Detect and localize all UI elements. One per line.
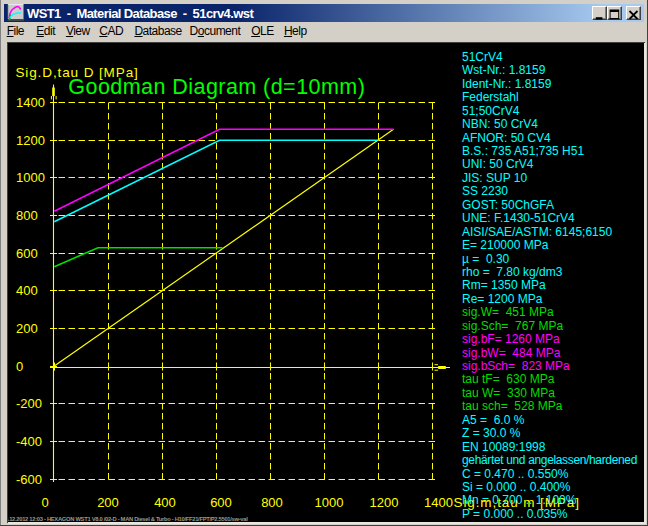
svg-text:400: 400 xyxy=(154,495,176,510)
svg-text:sig.W= 451 MPa: sig.W= 451 MPa xyxy=(462,305,554,319)
svg-text:800: 800 xyxy=(16,208,38,223)
svg-text:JIS: SUP 10: JIS: SUP 10 xyxy=(462,171,527,185)
svg-text:-400: -400 xyxy=(16,434,42,449)
svg-text:sig.bW= 484 MPa: sig.bW= 484 MPa xyxy=(462,346,561,360)
svg-text:Z = 30.0 %: Z = 30.0 % xyxy=(462,426,521,440)
svg-text:P = 0.000 .. 0.035%: P = 0.000 .. 0.035% xyxy=(462,507,568,521)
svg-text:Rm= 1350 MPa: Rm= 1350 MPa xyxy=(462,278,546,292)
svg-text:NBN: 50 CrV4: NBN: 50 CrV4 xyxy=(462,117,538,131)
svg-text:1200: 1200 xyxy=(16,133,45,148)
svg-text:Ident-Nr.: 1.8159: Ident-Nr.: 1.8159 xyxy=(462,77,552,91)
svg-text:1000: 1000 xyxy=(16,170,45,185)
svg-text:rho = 7.80 kg/dm3: rho = 7.80 kg/dm3 xyxy=(462,265,563,279)
svg-text:E= 210000 MPa: E= 210000 MPa xyxy=(462,238,549,252)
svg-text:AFNOR: 50 CV4: AFNOR: 50 CV4 xyxy=(462,131,551,145)
svg-text:600: 600 xyxy=(210,495,232,510)
svg-text:200: 200 xyxy=(97,495,119,510)
svg-text:UNI: 50 CrV4: UNI: 50 CrV4 xyxy=(462,157,534,171)
svg-text:SS 2230: SS 2230 xyxy=(462,184,508,198)
svg-text:Mn = 0.700 .. 1.100%: Mn = 0.700 .. 1.100% xyxy=(462,493,577,507)
svg-text:1400: 1400 xyxy=(16,95,45,110)
svg-text:Federstahl: Federstahl xyxy=(462,90,519,104)
svg-text:200: 200 xyxy=(16,321,38,336)
svg-text:Goodman Diagram (d=10mm): Goodman Diagram (d=10mm) xyxy=(68,75,365,99)
svg-text:C = 0.470 .. 0.550%: C = 0.470 .. 0.550% xyxy=(462,467,569,481)
svg-text:GOST: 50ChGFA: GOST: 50ChGFA xyxy=(462,198,554,212)
svg-text:gehärtet und angelassen/harden: gehärtet und angelassen/hardened xyxy=(462,453,637,467)
svg-text:18.12.2012 12:03 - HEXAGON WST: 18.12.2012 12:03 - HEXAGON WST1 V8.0 /02… xyxy=(8,516,248,522)
svg-text:tau W= 330 MPa: tau W= 330 MPa xyxy=(462,386,555,400)
svg-text:UNE: F.1430-51CrV4: UNE: F.1430-51CrV4 xyxy=(462,211,575,225)
svg-text:Wst-Nr.: 1.8159: Wst-Nr.: 1.8159 xyxy=(462,63,546,77)
svg-text:Si = 0.000 .. 0.400%: Si = 0.000 .. 0.400% xyxy=(462,480,571,494)
svg-text:Re= 1200 MPa: Re= 1200 MPa xyxy=(462,292,543,306)
svg-text:sig.bSch= 823 MPa: sig.bSch= 823 MPa xyxy=(462,359,570,373)
svg-text:0: 0 xyxy=(16,359,23,374)
svg-text:-600: -600 xyxy=(16,472,42,487)
svg-text:AISI/SAE/ASTM: 6145;6150: AISI/SAE/ASTM: 6145;6150 xyxy=(462,225,612,239)
svg-text:0: 0 xyxy=(41,495,48,510)
svg-text:µ = 0.30: µ = 0.30 xyxy=(462,252,510,266)
svg-text:-200: -200 xyxy=(16,396,42,411)
svg-text:1200: 1200 xyxy=(370,495,399,510)
svg-text:1400: 1400 xyxy=(424,495,453,510)
svg-text:600: 600 xyxy=(16,246,38,261)
svg-text:51CrV4: 51CrV4 xyxy=(462,50,503,64)
svg-text:800: 800 xyxy=(261,495,283,510)
svg-text:EN 10089:1998: EN 10089:1998 xyxy=(462,440,546,454)
svg-text:tau tF= 630 MPa: tau tF= 630 MPa xyxy=(462,372,555,386)
svg-text:sig.bF= 1260 MPa: sig.bF= 1260 MPa xyxy=(462,332,560,346)
svg-text:tau sch= 528 MPa: tau sch= 528 MPa xyxy=(462,399,563,413)
svg-text:400: 400 xyxy=(16,283,38,298)
svg-text:51;50CrV4: 51;50CrV4 xyxy=(462,104,520,118)
svg-text:sig.Sch= 767 MPa: sig.Sch= 767 MPa xyxy=(462,319,563,333)
svg-text:1000: 1000 xyxy=(315,495,344,510)
svg-text:B.S.: 735 A51;735 H51: B.S.: 735 A51;735 H51 xyxy=(462,144,584,158)
svg-text:A5 = 6.0 %: A5 = 6.0 % xyxy=(462,413,525,427)
